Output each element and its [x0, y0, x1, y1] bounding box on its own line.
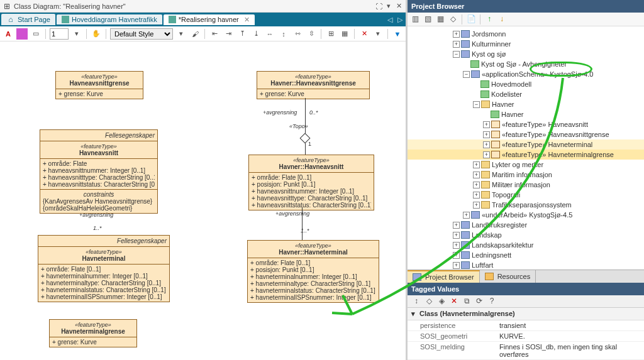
same-width-icon[interactable]: ↔ [264, 28, 275, 40]
tagged-values-category[interactable]: ▾ Class (Havneterminalgrense) [408, 308, 644, 320]
expander-icon[interactable]: − [473, 101, 480, 108]
expander-icon[interactable]: + [483, 121, 490, 128]
up-icon[interactable]: ↑ [484, 14, 494, 25]
tab-close-icon[interactable]: ✕ [244, 16, 250, 24]
expander-icon[interactable]: + [463, 212, 470, 219]
class-havneavsnitt[interactable]: Fellesegenskaper «featureType»Havneavsni… [40, 129, 158, 214]
brush-icon[interactable]: 🖌 [189, 28, 201, 40]
tree-node-underarbeid[interactable]: +«underArbeid» KystogSjø-4.5 [408, 210, 644, 220]
tree-node-jordsmonn[interactable]: +Jordsmonn [408, 29, 644, 39]
expander-icon[interactable]: + [453, 252, 460, 259]
tree-node-ft-havneavsnitt[interactable]: +«featureType» Havneavsnitt [408, 119, 644, 129]
delete-icon[interactable]: ✕ [358, 28, 370, 40]
diagram-canvas[interactable]: «featureType»Havneavsnittgrense + grense… [0, 41, 406, 360]
delete-icon[interactable]: ✕ [449, 297, 459, 307]
expander-icon[interactable]: + [473, 202, 480, 209]
line-color-icon[interactable]: ▭ [30, 28, 42, 40]
help-icon[interactable]: ? [487, 297, 497, 307]
class-havner-havneavsnitt[interactable]: «featureType»Havner::Havneavsnitt + områ… [248, 155, 374, 210]
text-color-icon[interactable]: A [3, 28, 14, 40]
class-havner-havneavsnittgrense[interactable]: «featureType»Havner::Havneavsnittgrense … [257, 71, 370, 99]
down-icon[interactable]: ↓ [497, 14, 507, 25]
tree-node-landbruk[interactable]: +Landbruksregister [408, 220, 644, 230]
style-select[interactable]: Default Style [110, 28, 173, 40]
full-screen-icon[interactable]: ⛶ [374, 2, 383, 11]
expander-icon[interactable]: + [483, 141, 490, 148]
grid-icon[interactable]: ▦ [339, 28, 350, 40]
class-havneterminalgrense[interactable]: «featureType»Havneterminalgrense + grens… [49, 319, 137, 347]
expander-icon[interactable]: + [453, 232, 460, 239]
space-v-icon[interactable]: ⇳ [306, 28, 317, 40]
expander-icon[interactable]: + [483, 131, 490, 138]
tree-node-trafikk[interactable]: +Trafikkseparasjonssystem [408, 200, 644, 210]
hand-icon[interactable]: ✋ [91, 28, 102, 40]
tree-node-kodelister[interactable]: Kodelister [408, 89, 644, 99]
class-havneterminal[interactable]: Fellesegenskaper «featureType»Havnetermi… [38, 235, 170, 302]
tree-node-appschema[interactable]: −«applicationSchema» KystogSjø-4.0 [408, 69, 644, 79]
align-left-icon[interactable]: ⇤ [209, 28, 220, 40]
tree-node-avhengigheter[interactable]: Kyst og Sjø - Avhengigheter [408, 59, 644, 69]
tree-node-havner-diag[interactable]: Havner [408, 109, 644, 119]
fill-color-icon[interactable] [16, 28, 28, 40]
tree-node-kulturminner[interactable]: +Kulturminner [408, 39, 644, 49]
tree-node-luftfart[interactable]: +Luftfart [408, 260, 644, 270]
tag-row-melding[interactable]: SOSI_meldingFinnes i SOSI_db, men ingen … [408, 342, 644, 360]
tree-node-landskap[interactable]: +Landskap [408, 230, 644, 240]
expander-icon[interactable]: + [453, 41, 460, 48]
tab-prev-icon[interactable]: ◁ [386, 16, 394, 24]
new-elem-icon[interactable]: ◇ [448, 14, 458, 25]
expander-icon[interactable]: + [473, 192, 480, 199]
tag-row-geometri[interactable]: SOSI_geometriKURVE. [408, 331, 644, 342]
sort-icon[interactable]: ↕ [411, 297, 421, 307]
doc-icon[interactable]: 📄 [466, 14, 476, 25]
align-bottom-icon[interactable]: ⤓ [250, 28, 262, 40]
tab-next-icon[interactable]: ▷ [396, 16, 404, 24]
same-height-icon[interactable]: ↕ [278, 28, 289, 40]
expander-icon[interactable]: + [453, 31, 460, 38]
apply-style-icon[interactable]: ▾ [175, 28, 187, 40]
tab-hoveddiagram[interactable]: Hoveddiagram Havnetrafikk [57, 14, 162, 25]
tab-realisering-havner[interactable]: *Realisering havner ✕ [164, 14, 255, 25]
tab-start-page[interactable]: ⌂ Start Page [1, 14, 55, 25]
new-diag-icon[interactable]: ▦ [435, 14, 445, 25]
add-icon[interactable]: ◇ [424, 297, 434, 307]
tree-node-ledningsnett[interactable]: +Ledningsnett [408, 250, 644, 260]
close-icon[interactable]: ✕ [394, 2, 403, 11]
expander-icon[interactable]: + [473, 161, 480, 168]
tree-node-havner-pkg[interactable]: −Havner [408, 99, 644, 109]
new-pkg-icon[interactable]: ▧ [423, 14, 433, 25]
tab-project-browser[interactable]: Project Browser [408, 270, 480, 283]
sync-icon[interactable]: ⟳ [474, 297, 484, 307]
expander-icon[interactable]: + [453, 242, 460, 249]
filter-icon[interactable]: ▼ [392, 28, 403, 40]
zoom-input[interactable] [50, 28, 69, 40]
copy-icon[interactable]: ⧉ [462, 297, 472, 307]
expander-icon[interactable]: + [483, 151, 490, 158]
class-havner-havneterminal[interactable]: «featureType»Havner::Havneterminal + omr… [247, 240, 379, 303]
tree-node-topografi[interactable]: +Topografi [408, 190, 644, 200]
expander-icon[interactable]: + [453, 262, 460, 269]
new-icon[interactable]: ▥ [410, 14, 420, 25]
tree-node-ft-havneterminalgrense[interactable]: +«featureType» Havneterminalgrense [408, 150, 644, 160]
lock-icon[interactable]: ▾ [372, 28, 384, 40]
tree-node-militaer[interactable]: +Militær informasjon [408, 180, 644, 190]
layout-icon[interactable]: ⊞ [325, 28, 336, 40]
tree-node-ft-havneterminal[interactable]: +«featureType» Havneterminal [408, 139, 644, 150]
tree-node-kyst-og-sjo[interactable]: −Kyst og sjø [408, 49, 644, 59]
tree-node-maritim[interactable]: +Maritim informasjon [408, 170, 644, 180]
edit-icon[interactable]: ◈ [436, 297, 447, 307]
expander-icon[interactable]: − [463, 71, 470, 78]
expander-icon[interactable]: + [453, 222, 460, 229]
expander-icon[interactable]: + [473, 172, 480, 178]
project-tree[interactable]: +Jordsmonn +Kulturminner −Kyst og sjø Ky… [408, 26, 644, 270]
expander-icon[interactable]: + [473, 182, 480, 188]
zoom-dropdown-icon[interactable]: ▾ [71, 28, 82, 40]
tab-resources[interactable]: Resources [480, 270, 536, 283]
align-top-icon[interactable]: ⤒ [236, 28, 248, 40]
dropdown-icon[interactable]: ▾ [384, 2, 393, 11]
tree-node-ft-havneavsnittgrense[interactable]: +«featureType» Havneavsnittgrense [408, 129, 644, 139]
expander-icon[interactable]: − [453, 51, 460, 58]
tree-node-hovedmodell[interactable]: Hovedmodell [408, 79, 644, 89]
class-havneavsnittgrense[interactable]: «featureType»Havneavsnittgrense + grense… [55, 71, 143, 99]
tag-row-persistence[interactable]: persistencetransient [408, 320, 644, 331]
